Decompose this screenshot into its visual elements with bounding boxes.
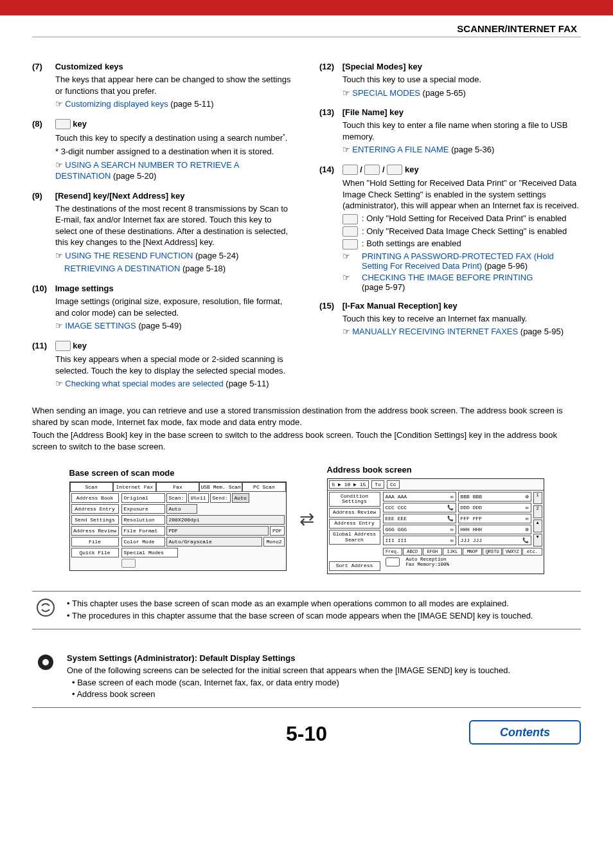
row-fileformat-label: File Format	[121, 526, 165, 536]
item-11-head: (11) key	[32, 341, 294, 352]
ab-cell-iii: III III✉	[383, 536, 456, 545]
btn-address-book: Address Book	[71, 493, 119, 503]
note-block-info: • This chapter uses the base screen of s…	[32, 591, 581, 629]
item-11-text: This key appears when a special mode or …	[55, 354, 285, 375]
row-colormode-value: Auto/Grayscale	[166, 537, 263, 547]
link-check-image-before-print[interactable]: CHECKING THE IMAGE BEFORE PRINTING	[362, 273, 533, 282]
link-checking-special-modes[interactable]: Checking what special modes are selected	[65, 379, 223, 388]
ab-scroll-num-2: 2	[533, 505, 542, 518]
tab-scan: Scan	[70, 482, 113, 492]
paragraph-2: Touch the [Address Book] key in the base…	[32, 429, 581, 453]
item-8-text1: Touch this key to specify a destination …	[55, 134, 283, 143]
item-14-body: When "Hold Setting for Received Data Pri…	[342, 177, 581, 212]
link-image-settings[interactable]: IMAGE SETTINGS	[65, 321, 136, 330]
ab-cell-aaa: AAA AAA✉	[383, 492, 456, 502]
ab-tab-vwxyz: VWXYZ	[502, 548, 522, 556]
ab-cell-ddd: DDD DDD✉	[458, 503, 531, 512]
row-fileformat-ext: PDF	[270, 526, 284, 536]
btn-address-review-2: Address Review	[329, 508, 380, 518]
base-screen-title: Base screen of scan mode	[69, 468, 287, 478]
item-9-num: (9)	[32, 191, 53, 201]
note-admin-li2: Address book screen	[76, 689, 155, 699]
tab-pc-scan: PC Scan	[242, 482, 285, 492]
ab-scroll-down-icon: ▼	[533, 534, 542, 547]
gear-note-icon	[36, 653, 55, 672]
item-9-text: The destinations of the most recent 8 tr…	[55, 204, 288, 248]
row-original-send-value: Auto	[232, 493, 249, 503]
item-8-text1b: .	[285, 134, 288, 143]
item-9-pageref2: (page 5-18)	[180, 264, 226, 273]
item-8-body: Touch this key to specify a destination …	[55, 132, 294, 182]
base-screen-tabs-row: Scan Internet Fax Fax USB Mem. Scan PC S…	[70, 482, 286, 492]
item-10-pageref: (page 5-49)	[136, 321, 182, 330]
item-14-pageref1: (page 5-96)	[482, 261, 528, 271]
item-12-pageref: (page 5-65)	[420, 88, 466, 98]
ab-cell-bbb: BBB BBB⚙	[458, 492, 531, 502]
btn-condition-settings: Condition Settings	[329, 492, 380, 507]
item-11-pageref: (page 5-11)	[224, 379, 269, 388]
link-customizing-keys[interactable]: Customizing displayed keys	[65, 99, 168, 109]
btn-address-review: Address Review	[71, 526, 119, 536]
address-book-frame: 5 ▶ 10 ▶ 15 To Cc Condition Settings Add…	[327, 478, 544, 575]
item-10-text: Image settings (original size, exposure,…	[55, 296, 282, 318]
btn-send-settings: Send Settings	[71, 515, 119, 525]
ab-scrollbar: 1 2 ▲ ▼	[533, 492, 542, 547]
item-12-body: Touch this key to use a special mode. ☞ …	[342, 74, 581, 98]
item-14-head: (14) / / key	[319, 165, 581, 176]
address-book-title: Address book screen	[327, 465, 544, 475]
ab-tab-freq: Freq.	[383, 548, 402, 556]
btn-address-entry: Address Entry	[71, 504, 119, 514]
ab-footer-icon	[386, 557, 400, 566]
note-admin-title: System Settings (Administrator): Default…	[67, 653, 295, 663]
item-15-title: [I-Fax Manual Reception] key	[342, 301, 458, 311]
item-9-body: The destinations of the most recent 8 tr…	[55, 203, 294, 275]
item-11-body: This key appears when a special mode or …	[55, 354, 294, 390]
item-14-bullet-list: : Only "Hold Setting for Received Data P…	[342, 213, 581, 292]
pointer-icon: ☞	[55, 251, 63, 260]
ab-to-button: To	[371, 480, 384, 489]
note-info-text: • This chapter uses the base screen of s…	[67, 598, 577, 622]
ab-scroll-up-icon: ▲	[533, 520, 542, 532]
top-red-bar	[0, 0, 613, 15]
pointer-icon: ☞	[55, 321, 63, 330]
pointer-icon: ☞	[342, 88, 350, 98]
link-manual-ifax[interactable]: MANUALLY RECEIVING INTERNET FAXES	[352, 327, 518, 336]
item-14-b2: : Only "Received Data Image Check Settin…	[362, 226, 581, 237]
note-admin-body: One of the following screens can be sele…	[67, 665, 510, 675]
item-14-b1: : Only "Hold Setting for Received Data P…	[362, 213, 581, 224]
btn-address-entry-2: Address Entry	[329, 519, 380, 529]
row-specialmodes-label: Special Modes	[121, 548, 178, 557]
item-14-b3: : Both settings are enabled	[362, 239, 581, 249]
link-retrieving-destination[interactable]: RETRIEVING A DESTINATION	[64, 264, 180, 273]
swap-arrows-icon: ⇄	[299, 509, 314, 530]
link-resend-function[interactable]: USING THE RESEND FUNCTION	[65, 251, 193, 260]
address-book-left-buttons: Condition Settings Address Review Addres…	[328, 491, 382, 574]
tab-usb-mem-scan: USB Mem. Scan	[199, 482, 242, 492]
item-13-num: (13)	[319, 107, 340, 117]
row-resolution-label: Resolution	[121, 515, 165, 525]
item-10-num: (10)	[32, 284, 53, 293]
ab-left-spacer	[329, 546, 380, 560]
btn-global-search: Global Address Search	[329, 530, 380, 545]
pointer-icon: ☞	[342, 273, 350, 282]
note-admin-text: System Settings (Administrator): Default…	[67, 653, 577, 701]
item-14-title-suffix: key	[405, 165, 419, 174]
pointer-icon: ☞	[342, 145, 350, 154]
ab-tab-abcd: ABCD	[403, 548, 422, 556]
row-exposure-value: Auto	[166, 504, 197, 514]
item-9-title: [Resend] key/[Next Address] key	[55, 191, 185, 201]
row-original-scan-label: Scan:	[166, 493, 187, 503]
hold-print-key-icon	[342, 165, 358, 175]
link-special-modes[interactable]: SPECIAL MODES	[352, 88, 420, 98]
contents-button[interactable]: Contents	[469, 720, 581, 745]
item-7-num: (7)	[32, 62, 53, 71]
pointer-icon: ☞	[55, 379, 63, 388]
row-original-send-label: Send:	[210, 493, 231, 503]
link-entering-file-name[interactable]: ENTERING A FILE NAME	[352, 145, 449, 154]
item-14-num: (14)	[319, 165, 340, 174]
base-screen-left-buttons: Address Book Address Entry Send Settings…	[70, 492, 120, 570]
item-12-title: [Special Modes] key	[342, 62, 422, 71]
section-heading: SCANNER/INTERNET FAX	[32, 22, 581, 37]
item-12-head: (12) [Special Modes] key	[319, 62, 581, 71]
ab-cell-ggg: GGG GGG✉	[383, 525, 456, 534]
